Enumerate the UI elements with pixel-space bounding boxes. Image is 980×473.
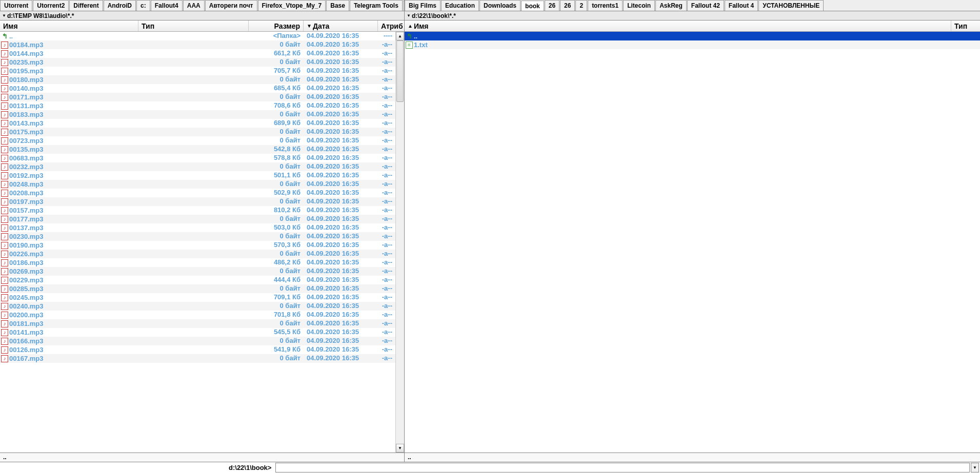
scroll-down-button[interactable]: ▼ [396,444,404,453]
file-name: 00285.mp3 [9,285,44,293]
scroll-up-button[interactable]: ▲ [396,32,404,40]
scroll-track[interactable] [396,40,404,444]
right-list-wrap: ↰..<Папка>04.09.2020 16:32----≡1.txt1,8 … [405,32,980,453]
tab[interactable]: AskReg [655,0,687,11]
tab[interactable]: Telegram Tools [350,0,403,11]
tab[interactable]: Litecoin [623,0,655,11]
file-row[interactable]: ♪00186.mp3486,2 Кб04.09.2020 16:35-a-- [0,258,395,267]
file-row[interactable]: ♪00181.mp30 байт04.09.2020 16:35-a-- [0,319,395,328]
audio-file-icon: ♪ [1,146,8,153]
tab[interactable]: Fallout 42 [687,0,724,11]
tab[interactable]: Different [69,0,103,11]
command-input[interactable] [275,463,970,472]
tab[interactable]: Fallout4 [151,0,183,11]
file-row[interactable]: ♪00226.mp30 байт04.09.2020 16:35-a-- [0,250,395,258]
file-size: 501,1 Кб [249,171,304,180]
right-panel: Big FilmsEducationDownloadsbook26262torr… [405,0,980,462]
file-row[interactable]: ♪00177.mp30 байт04.09.2020 16:35-a-- [0,215,395,223]
tab[interactable]: Fallout 4 [725,0,758,11]
file-row[interactable]: ♪00245.mp3709,1 Кб04.09.2020 16:35-a-- [0,293,395,302]
file-date: 04.09.2020 16:35 [304,49,378,58]
left-path-bar[interactable]: ▼ d:\TEMP W8\1\audio\*.* [0,11,404,20]
tab[interactable]: Utorrent2 [33,0,69,11]
tab[interactable]: Base [326,0,349,11]
file-row[interactable]: ♪00723.mp30 байт04.09.2020 16:35-a-- [0,136,395,145]
file-row[interactable]: ♪00166.mp30 байт04.09.2020 16:35-a-- [0,337,395,345]
audio-file-icon: ♪ [1,102,8,110]
file-row[interactable]: ♪00167.mp30 байт04.09.2020 16:35-a-- [0,354,395,363]
file-row[interactable]: ♪00144.mp3661,2 Кб04.09.2020 16:35-a-- [0,49,395,58]
tab[interactable]: Авторeги почт [205,0,257,11]
header-attr[interactable]: Атриб [378,20,407,31]
header-type[interactable]: Тип [138,20,249,31]
file-row[interactable]: ♪00135.mp3542,8 Кб04.09.2020 16:35-a-- [0,145,395,154]
file-row[interactable]: ♪00137.mp3503,0 Кб04.09.2020 16:35-a-- [0,223,395,232]
file-row[interactable]: ♪00230.mp30 байт04.09.2020 16:35-a-- [0,232,395,241]
file-row[interactable]: ♪00140.mp3685,4 Кб04.09.2020 16:35-a-- [0,84,395,93]
file-row[interactable]: ♪00235.mp30 байт04.09.2020 16:35-a-- [0,58,395,67]
file-row[interactable]: ♪00183.mp30 байт04.09.2020 16:35-a-- [0,110,395,119]
file-row[interactable]: ♪00192.mp3501,1 Кб04.09.2020 16:35-a-- [0,171,395,180]
tab[interactable]: 26 [545,0,559,11]
parent-dir-row[interactable]: ↰..<Папка>04.09.2020 16:35---- [0,32,395,40]
file-row[interactable]: ♪00190.mp3570,3 Кб04.09.2020 16:35-a-- [0,241,395,250]
header-name[interactable]: ▲Имя [405,20,951,31]
file-row[interactable]: ♪00285.mp30 байт04.09.2020 16:35-a-- [0,284,395,293]
audio-file-icon: ♪ [1,216,8,223]
tab[interactable]: 26 [560,0,575,11]
tab[interactable]: УСТАНОВЛЕННЫЕ [758,0,824,11]
tab[interactable]: Firefox_Vtope_My_7 [258,0,326,11]
tab[interactable]: AAA [183,0,205,11]
file-row[interactable]: ♪00141.mp3545,5 Кб04.09.2020 16:35-a-- [0,328,395,337]
right-path-bar[interactable]: ▼ d:\22\1\book\*.* [405,11,980,20]
tab[interactable]: Downloads [479,0,521,11]
command-history-dropdown[interactable]: ▼ [971,463,979,472]
file-row[interactable]: ♪00197.mp30 байт04.09.2020 16:35-a-- [0,197,395,206]
file-name: 00140.mp3 [9,85,44,92]
file-row[interactable]: ♪00248.mp30 байт04.09.2020 16:35-a-- [0,180,395,189]
file-row[interactable]: ♪00232.mp30 байт04.09.2020 16:35-a-- [0,162,395,171]
tab[interactable]: Big Films [405,0,441,11]
dropdown-icon[interactable]: ▼ [407,13,411,18]
file-row[interactable]: ♪00240.mp30 байт04.09.2020 16:35-a-- [0,302,395,311]
file-row[interactable]: ♪00184.mp30 байт04.09.2020 16:35-a-- [0,40,395,49]
tab[interactable]: Education [441,0,479,11]
tab[interactable]: torrents1 [588,0,623,11]
file-size: 0 байт [249,75,304,84]
tab[interactable]: AndroiD [104,0,136,11]
tab[interactable]: Utorrent [0,0,32,11]
file-row[interactable]: ♪00229.mp3444,4 Кб04.09.2020 16:35-a-- [0,276,395,284]
header-date[interactable]: ▼Дата [304,20,378,31]
file-row[interactable]: ♪00269.mp30 байт04.09.2020 16:35-a-- [0,267,395,276]
tab[interactable]: c: [136,0,150,11]
file-row[interactable]: ♪00683.mp3578,8 Кб04.09.2020 16:35-a-- [0,154,395,162]
scroll-thumb[interactable] [396,40,404,102]
tab[interactable]: audio [403,1,404,11]
file-row[interactable]: ♪00180.mp30 байт04.09.2020 16:35-a-- [0,75,395,84]
parent-dir-row[interactable]: ↰..<Папка>04.09.2020 16:32---- [405,32,980,40]
file-row[interactable]: ♪00157.mp3810,2 Кб04.09.2020 16:35-a-- [0,206,395,215]
tab[interactable]: 2 [575,0,587,11]
file-row[interactable]: ≡1.txt1,8 Мб04.09.2020 16:32-a-- [405,40,980,49]
header-type[interactable]: Тип [951,20,980,31]
left-scrollbar[interactable]: ▲ ▼ [395,32,404,453]
file-row[interactable]: ♪00195.mp3705,7 Кб04.09.2020 16:35-a-- [0,67,395,75]
left-tabs: UtorrentUtorrent2DifferentAndroiDc:Fallo… [0,0,404,11]
file-row[interactable]: ♪00200.mp3701,8 Кб04.09.2020 16:35-a-- [0,311,395,319]
file-row[interactable]: ♪00208.mp3502,9 Кб04.09.2020 16:35-a-- [0,189,395,197]
sort-asc-icon: ▲ [408,23,413,29]
file-date: 04.09.2020 16:35 [304,284,378,293]
file-name: 00197.mp3 [9,198,44,205]
file-row[interactable]: ♪00175.mp30 байт04.09.2020 16:35-a-- [0,128,395,136]
header-size[interactable]: Размер [249,20,304,31]
file-row[interactable]: ♪00171.mp30 байт04.09.2020 16:35-a-- [0,93,395,101]
header-name[interactable]: Имя [0,20,138,31]
file-name: .. [414,32,417,40]
file-name: 00141.mp3 [9,328,44,336]
dropdown-icon[interactable]: ▼ [2,13,6,18]
file-row[interactable]: ♪00143.mp3689,9 Кб04.09.2020 16:35-a-- [0,119,395,128]
file-attr: -a-- [378,197,395,206]
tab[interactable]: book [521,1,544,11]
file-row[interactable]: ♪00131.mp3708,6 Кб04.09.2020 16:35-a-- [0,101,395,110]
file-row[interactable]: ♪00126.mp3541,9 Кб04.09.2020 16:35-a-- [0,345,395,354]
